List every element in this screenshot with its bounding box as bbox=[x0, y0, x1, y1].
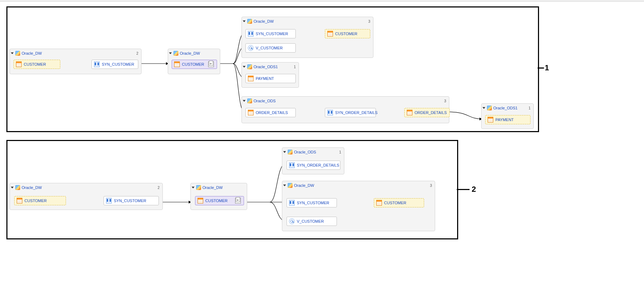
table-icon bbox=[376, 200, 382, 206]
group-count: 3 bbox=[368, 20, 371, 23]
chevron-down-icon bbox=[243, 21, 246, 22]
node-label: CUSTOMER bbox=[384, 201, 406, 205]
node-customer-selected[interactable]: CUSTOMER bbox=[195, 196, 244, 205]
chevron-down-icon bbox=[169, 53, 172, 54]
synonym-icon bbox=[94, 61, 100, 67]
node-syn-customer[interactable]: SYN_CUSTOMER bbox=[287, 198, 337, 207]
group-count: 2 bbox=[136, 52, 139, 55]
node-label: SYN_CUSTOMER bbox=[256, 32, 288, 36]
node-label: V_CUSTOMER bbox=[297, 219, 324, 223]
group-title: Oracle_DW bbox=[22, 51, 42, 55]
group-count: 1 bbox=[528, 106, 531, 110]
group-oracle-dw-2b[interactable]: Oracle_DW CUSTOMER bbox=[190, 183, 247, 210]
database-icon bbox=[15, 51, 20, 56]
group-title: Oracle_DW bbox=[254, 19, 274, 23]
group-count: 3 bbox=[430, 184, 433, 188]
group-oracle-ods1-1d[interactable]: Oracle_ODS1 1 PAYMENT bbox=[242, 62, 299, 88]
frame-1: Oracle_DW 2 CUSTOMER SYN_CUSTOMER Oracle… bbox=[6, 6, 539, 132]
chevron-down-icon bbox=[243, 100, 246, 102]
node-label: PAYMENT bbox=[495, 118, 514, 122]
database-icon bbox=[247, 19, 252, 24]
database-icon bbox=[487, 105, 492, 110]
node-label: CUSTOMER bbox=[335, 32, 357, 36]
synonym-icon bbox=[248, 31, 254, 37]
node-customer[interactable]: CUSTOMER bbox=[13, 60, 60, 69]
chevron-down-icon bbox=[283, 185, 286, 186]
group-oracle-dw-2d[interactable]: Oracle_DW 3 SYN_CUSTOMER V_CUSTOMER CUST… bbox=[282, 181, 435, 231]
node-syn-customer[interactable]: SYN_CUSTOMER bbox=[245, 29, 296, 38]
node-syn-order-details[interactable]: SYN_ORDER_DETAILS bbox=[325, 108, 376, 117]
group-title: Oracle_DW bbox=[180, 51, 200, 55]
copy-icon bbox=[208, 61, 214, 67]
frame-2-label: 2 bbox=[472, 185, 476, 194]
table-icon bbox=[407, 110, 412, 115]
copy-icon bbox=[235, 198, 241, 204]
table-icon bbox=[198, 198, 203, 204]
node-syn-customer[interactable]: SYN_CUSTOMER bbox=[104, 196, 159, 205]
node-customer[interactable]: CUSTOMER bbox=[374, 198, 424, 207]
node-v-customer[interactable]: V_CUSTOMER bbox=[245, 43, 296, 53]
group-title: Oracle_DW bbox=[202, 185, 223, 190]
group-title: Oracle_ODS1 bbox=[254, 65, 278, 69]
database-icon bbox=[173, 51, 178, 56]
group-oracle-dw-2a[interactable]: Oracle_DW 2 CUSTOMER SYN_CUSTOMER bbox=[10, 183, 163, 210]
node-label: SYN_CUSTOMER bbox=[114, 199, 146, 203]
group-title: Oracle_ODS bbox=[254, 99, 276, 103]
node-label: SYN_CUSTOMER bbox=[102, 62, 134, 66]
group-oracle-ods1-1f[interactable]: Oracle_ODS1 1 PAYMENT bbox=[481, 103, 534, 129]
table-icon bbox=[16, 61, 22, 67]
node-customer[interactable]: CUSTOMER bbox=[325, 29, 370, 38]
table-icon bbox=[488, 117, 493, 123]
node-label: CUSTOMER bbox=[24, 199, 47, 203]
node-syn-order-details[interactable]: SYN_ORDER_DETAILS bbox=[287, 161, 340, 170]
chevron-down-icon bbox=[11, 187, 14, 189]
table-icon bbox=[248, 76, 254, 81]
group-title: Oracle_DW bbox=[294, 183, 314, 188]
node-label: CUSTOMER bbox=[24, 62, 46, 66]
database-icon bbox=[288, 183, 293, 188]
group-oracle-dw-1b[interactable]: Oracle_DW CUSTOMER bbox=[168, 49, 220, 74]
group-oracle-dw-1a[interactable]: Oracle_DW 2 CUSTOMER SYN_CUSTOMER bbox=[10, 49, 141, 74]
group-count: 3 bbox=[444, 99, 447, 103]
node-payment[interactable]: PAYMENT bbox=[245, 74, 296, 83]
synonym-icon bbox=[289, 200, 295, 206]
frame-1-label: 1 bbox=[545, 63, 549, 72]
node-label: SYN_ORDER_DETAILS bbox=[335, 110, 378, 115]
group-oracle-ods-2c[interactable]: Oracle_ODS 1 SYN_ORDER_DETAILS bbox=[282, 147, 344, 174]
table-icon bbox=[248, 110, 254, 115]
chevron-down-icon bbox=[243, 66, 246, 68]
node-customer[interactable]: CUSTOMER bbox=[14, 196, 66, 205]
node-syn-customer[interactable]: SYN_CUSTOMER bbox=[91, 60, 138, 69]
node-customer-selected[interactable]: CUSTOMER bbox=[172, 60, 217, 69]
group-count: 1 bbox=[339, 150, 342, 154]
synonym-icon bbox=[289, 162, 295, 168]
view-icon bbox=[289, 218, 295, 224]
top-divider bbox=[0, 0, 644, 2]
lineage-canvas: { "panels": { "p1": { "label": "1" }, "p… bbox=[0, 0, 644, 287]
table-icon bbox=[174, 61, 180, 67]
group-count: 2 bbox=[157, 186, 160, 190]
chevron-down-icon bbox=[483, 107, 485, 109]
node-order-details[interactable]: ORDER_DETAILS bbox=[404, 108, 450, 117]
node-label: SYN_ORDER_DETAILS bbox=[297, 163, 339, 167]
node-label: V_CUSTOMER bbox=[256, 46, 283, 50]
node-payment[interactable]: PAYMENT bbox=[485, 115, 531, 124]
group-title: Oracle_ODS bbox=[294, 150, 316, 154]
chevron-down-icon bbox=[192, 187, 195, 189]
node-order-details[interactable]: ORDER_DETAILS bbox=[245, 108, 296, 117]
database-icon bbox=[288, 150, 293, 155]
synonym-icon bbox=[327, 110, 333, 115]
node-label: ORDER_DETAILS bbox=[415, 110, 447, 115]
chevron-down-icon bbox=[11, 53, 14, 54]
group-count: 1 bbox=[294, 65, 296, 69]
frame-2-tick bbox=[457, 189, 470, 190]
node-label: CUSTOMER bbox=[182, 62, 204, 66]
node-label: PAYMENT bbox=[256, 76, 274, 81]
node-v-customer[interactable]: V_CUSTOMER bbox=[287, 217, 337, 226]
view-icon bbox=[248, 45, 254, 51]
synonym-icon bbox=[106, 198, 112, 204]
group-oracle-dw-1c[interactable]: Oracle_DW 3 SYN_CUSTOMER V_CUSTOMER CUST… bbox=[242, 17, 373, 58]
group-oracle-ods-1e[interactable]: Oracle_ODS 3 ORDER_DETAILS SYN_ORDER_DET… bbox=[242, 96, 449, 123]
database-icon bbox=[247, 98, 252, 103]
database-icon bbox=[196, 185, 201, 190]
